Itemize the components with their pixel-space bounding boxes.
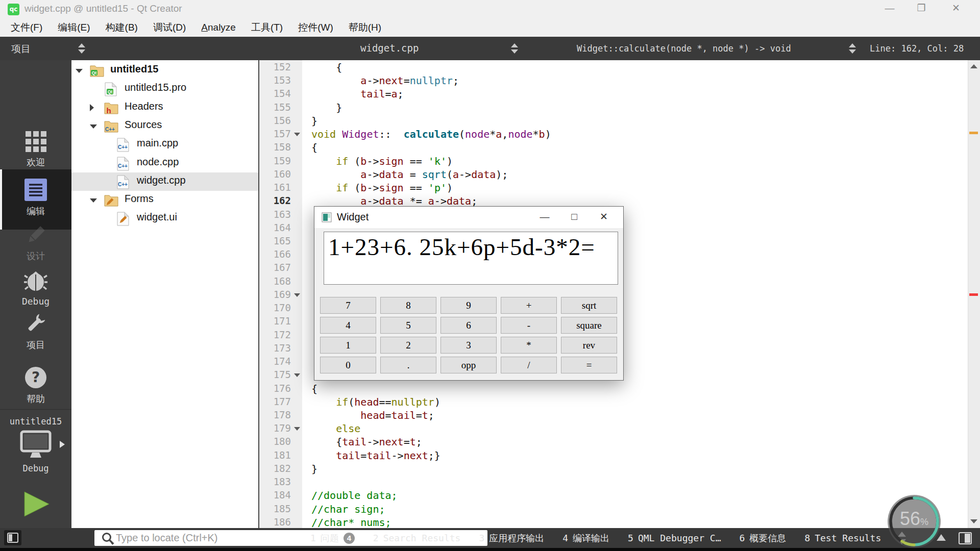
- output-pane-3[interactable]: 3应用程序输出: [479, 532, 544, 544]
- toggle-right-sidebar-icon[interactable]: [955, 531, 975, 546]
- output-pane-6[interactable]: 6概要信息: [740, 532, 787, 544]
- symbol-updown-icon[interactable]: [848, 43, 856, 54]
- fold-marker-icon[interactable]: [294, 133, 300, 136]
- calc-button-sqrt[interactable]: sqrt: [561, 297, 617, 314]
- calc-button-3[interactable]: 3: [440, 337, 497, 354]
- code-line-156[interactable]: 156}: [259, 115, 968, 129]
- widget-app-window[interactable]: Widget — □ ✕ 1+23+6. 25k+6p+5d-3*2= 789+…: [314, 206, 624, 381]
- menu-item-4[interactable]: 调试(D): [145, 19, 193, 36]
- code-line-155[interactable]: 155 }: [259, 102, 968, 115]
- calc-button-*[interactable]: *: [501, 337, 557, 354]
- run-button[interactable]: [22, 491, 51, 517]
- scrollbar-down-icon[interactable]: [968, 515, 980, 528]
- mode-1-button[interactable]: 欢迎: [0, 131, 71, 169]
- output-pane-8[interactable]: 8Test Results: [804, 533, 881, 543]
- widget-maximize-button[interactable]: □: [559, 207, 589, 228]
- window-minimize-button[interactable]: —: [875, 0, 904, 17]
- toggle-left-sidebar-icon[interactable]: [4, 530, 21, 545]
- code-line-185[interactable]: 185//char sign;: [259, 503, 968, 517]
- tree-item-node-cpp[interactable]: C++node.cpp: [71, 154, 258, 172]
- code-line-159[interactable]: 159 if (b->sign == 'k'): [259, 155, 968, 169]
- mode-5-button[interactable]: 项目: [0, 312, 71, 355]
- code-line-179[interactable]: 179 else: [259, 422, 968, 436]
- window-maximize-button[interactable]: ❐: [906, 0, 936, 17]
- calc-button-=[interactable]: =: [561, 357, 617, 373]
- code-line-182[interactable]: 182}: [259, 463, 968, 477]
- output-pane-5[interactable]: 5QML Debugger C…: [628, 533, 721, 543]
- widget-window-titlebar[interactable]: Widget — □ ✕: [314, 207, 623, 228]
- menu-item-3[interactable]: 构建(B): [98, 19, 145, 36]
- code-line-154[interactable]: 154 tail=a;: [259, 88, 968, 102]
- code-line-183[interactable]: 183: [259, 476, 968, 490]
- code-line-158[interactable]: 158{: [259, 141, 968, 155]
- calc-button-4[interactable]: 4: [320, 317, 376, 334]
- tree-item-main-cpp[interactable]: C++main.cpp: [71, 135, 258, 154]
- document-selector-updown-icon[interactable]: [510, 43, 519, 54]
- code-line-180[interactable]: 180 {tail->next=t;: [259, 436, 968, 449]
- code-line-177[interactable]: 177 if(head==nullptr): [259, 396, 968, 410]
- tree-item-untitled15[interactable]: Qtuntitled15: [71, 61, 258, 80]
- code-line-157[interactable]: 157void Widget:: calculate(node*a,node*b…: [259, 128, 968, 142]
- mode-6-button[interactable]: ?帮助: [0, 366, 71, 406]
- collapse-icon[interactable]: [76, 69, 83, 73]
- pane-selector-updown-icon[interactable]: [78, 43, 86, 54]
- symbol-selector[interactable]: Widget::calculate(node *, node *) -> voi…: [577, 43, 791, 54]
- calc-button-.[interactable]: .: [380, 357, 436, 373]
- calc-button--[interactable]: -: [501, 317, 557, 334]
- code-line-161[interactable]: 161 if (b->sign == 'p'): [259, 182, 968, 195]
- tree-item-Headers[interactable]: hHeaders: [71, 98, 258, 117]
- fold-marker-icon[interactable]: [294, 373, 300, 377]
- kit-selector-monitor-icon[interactable]: [19, 430, 52, 460]
- code-line-153[interactable]: 153 a->next=nullptr;: [259, 74, 968, 88]
- code-line-176[interactable]: 176{: [259, 383, 968, 396]
- expand-icon[interactable]: [90, 104, 94, 111]
- code-line-186[interactable]: 186//char* nums;: [259, 516, 968, 528]
- calc-button-8[interactable]: 8: [380, 297, 436, 314]
- open-document-selector[interactable]: widget.cpp: [360, 42, 419, 54]
- mode-2-button[interactable]: 编辑: [0, 169, 71, 230]
- calc-button-+[interactable]: +: [501, 297, 557, 314]
- tree-item-widget-ui[interactable]: widget.ui: [71, 209, 258, 228]
- calc-button-/[interactable]: /: [501, 357, 557, 373]
- tree-item-Sources[interactable]: C++Sources: [71, 117, 258, 135]
- scrollbar-up-icon[interactable]: [968, 60, 980, 72]
- menu-item-7[interactable]: 控件(W): [290, 19, 341, 36]
- menu-item-8[interactable]: 帮助(H): [341, 19, 389, 36]
- output-pane-4[interactable]: 4编译输出: [562, 532, 609, 544]
- collapse-icon[interactable]: [90, 198, 97, 203]
- calc-button-5[interactable]: 5: [380, 317, 436, 334]
- code-line-178[interactable]: 178 head=tail=t;: [259, 409, 968, 423]
- calc-button-2[interactable]: 2: [380, 337, 436, 354]
- fold-marker-icon[interactable]: [294, 293, 300, 297]
- menu-item-1[interactable]: 文件(F): [3, 19, 50, 36]
- calc-button-6[interactable]: 6: [440, 317, 497, 334]
- kit-selector-expand-icon[interactable]: [59, 440, 65, 448]
- widget-close-button[interactable]: ✕: [589, 207, 619, 228]
- menu-item-2[interactable]: 编辑(E): [50, 19, 97, 36]
- code-line-152[interactable]: 152 {: [259, 61, 968, 75]
- folder-cpp-icon: C++: [104, 119, 118, 133]
- code-line-181[interactable]: 181 tail=tail->next;}: [259, 449, 968, 463]
- tree-item-untitled15-pro[interactable]: Qtuntitled15.pro: [71, 80, 258, 98]
- code-line-160[interactable]: 160 a->data = sqrt(a->data);: [259, 168, 968, 182]
- collapse-icon[interactable]: [90, 124, 97, 129]
- calc-button-0[interactable]: 0: [320, 357, 376, 373]
- tree-item-widget-cpp[interactable]: C++widget.cpp: [71, 172, 258, 191]
- menu-item-5[interactable]: Analyze: [193, 19, 243, 36]
- calc-button-square[interactable]: square: [561, 317, 617, 334]
- fold-marker-icon[interactable]: [294, 427, 300, 431]
- menu-item-6[interactable]: 工具(T): [243, 19, 290, 36]
- output-pane-1[interactable]: 1问题4: [310, 532, 355, 544]
- calc-button-rev[interactable]: rev: [561, 337, 617, 354]
- widget-minimize-button[interactable]: —: [530, 207, 559, 228]
- code-line-184[interactable]: 184//double data;: [259, 489, 968, 503]
- calc-button-7[interactable]: 7: [320, 297, 376, 314]
- window-close-button[interactable]: ✕: [941, 0, 971, 17]
- calc-button-opp[interactable]: opp: [440, 357, 497, 373]
- tree-item-Forms[interactable]: Forms: [71, 191, 258, 209]
- mode-4-button[interactable]: Debug: [0, 270, 71, 311]
- calc-button-9[interactable]: 9: [440, 297, 497, 314]
- output-pane-2[interactable]: 2Search Results: [373, 533, 461, 543]
- project-pane-selector[interactable]: 项目: [11, 42, 31, 56]
- calc-button-1[interactable]: 1: [320, 337, 376, 354]
